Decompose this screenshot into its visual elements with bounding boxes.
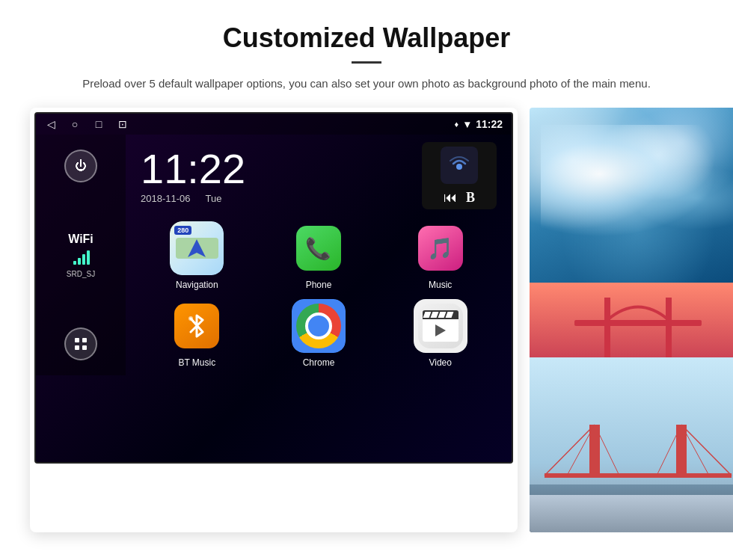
ice-texture xyxy=(530,108,733,283)
status-bar-indicators: ♦ ▾ 11:22 xyxy=(455,118,503,130)
app-icon-chrome xyxy=(292,299,346,353)
app-item-chrome[interactable]: Chrome xyxy=(263,299,375,368)
carsetting-label: CarSetting xyxy=(611,514,666,528)
app-label-music: Music xyxy=(429,280,452,290)
app-label-phone: Phone xyxy=(306,280,332,290)
svg-rect-4 xyxy=(75,338,79,342)
back-icon[interactable]: ◁ xyxy=(45,118,57,130)
app-icon-bt-music xyxy=(170,299,224,353)
screenshot-icon[interactable]: ⊡ xyxy=(117,118,129,130)
page-container: Customized Wallpaper Preload over 5 defa… xyxy=(0,0,733,547)
home-icon[interactable]: ○ xyxy=(69,118,81,130)
wifi-bars xyxy=(67,247,95,268)
photo-middle xyxy=(530,283,733,357)
svg-rect-13 xyxy=(604,298,610,357)
wifi-network-name: SRD_SJ xyxy=(67,270,95,278)
wifi-label: WiFi xyxy=(67,233,95,246)
svg-rect-6 xyxy=(75,345,79,350)
svg-rect-3 xyxy=(87,250,90,265)
svg-rect-1 xyxy=(78,258,81,265)
app-item-video[interactable]: Video xyxy=(384,299,497,368)
photo-ice xyxy=(530,108,733,283)
header-section: Customized Wallpaper Preload over 5 defa… xyxy=(30,22,703,93)
app-icon-video xyxy=(414,299,467,353)
app-icon-music: 🎵 xyxy=(414,221,467,275)
app-item-navigation[interactable]: 280 Navigation xyxy=(141,221,254,290)
svg-rect-15 xyxy=(530,357,733,532)
android-screen: ◁ ○ □ ⊡ ♦ ▾ 11:22 xyxy=(34,112,513,464)
content-area: ◁ ○ □ ⊡ ♦ ▾ 11:22 xyxy=(30,108,703,532)
android-center: 11:22 2018-11-06 Tue xyxy=(126,135,512,375)
svg-rect-17 xyxy=(545,473,732,478)
title-divider xyxy=(352,61,381,64)
nav-badge: 280 xyxy=(174,226,191,235)
app-label-chrome: Chrome xyxy=(303,357,335,368)
clock-date: 2018-11-06 Tue xyxy=(141,193,407,204)
app-item-music[interactable]: 🎵 Music xyxy=(384,221,497,290)
svg-rect-12 xyxy=(574,320,702,326)
svg-rect-0 xyxy=(73,261,76,265)
app-item-bt-music[interactable]: BT Music xyxy=(141,299,254,368)
location-icon: ♦ xyxy=(455,120,459,129)
phone-icon: 📞 xyxy=(305,236,331,261)
media-widget: ⏮ B xyxy=(422,142,497,209)
prev-track-icon[interactable]: ⏮ xyxy=(444,190,457,206)
video-clapper-icon xyxy=(423,310,458,342)
wifi-status-icon: ▾ xyxy=(464,118,470,130)
android-frame: ◁ ○ □ ⊡ ♦ ▾ 11:22 xyxy=(30,108,518,532)
status-time: 11:22 xyxy=(476,118,503,130)
next-track-icon[interactable]: B xyxy=(466,190,475,206)
svg-rect-2 xyxy=(82,254,85,265)
wifi-section: WiFi SRD_SJ xyxy=(67,233,95,278)
android-main: ⏻ WiFi xyxy=(36,135,512,375)
app-label-bt-music: BT Music xyxy=(178,357,215,368)
status-bar: ◁ ○ □ ⊡ ♦ ▾ 11:22 xyxy=(36,114,512,135)
recent-icon[interactable]: □ xyxy=(93,118,105,130)
clock-time: 11:22 xyxy=(141,148,407,190)
app-label-video: Video xyxy=(429,357,451,368)
clock-day-value: Tue xyxy=(206,193,222,204)
clock-section: 11:22 2018-11-06 Tue xyxy=(141,148,407,204)
app-icon-phone: 📞 xyxy=(292,221,346,275)
page-title: Customized Wallpaper xyxy=(30,22,703,54)
chrome-logo xyxy=(296,304,341,348)
photo-bridge: CarSetting xyxy=(530,357,733,532)
svg-marker-9 xyxy=(188,239,206,257)
svg-point-8 xyxy=(456,164,462,170)
subtitle-text: Preload over 5 default wallpaper options… xyxy=(75,75,658,93)
status-bar-nav: ◁ ○ □ ⊡ xyxy=(45,118,129,130)
svg-rect-14 xyxy=(666,298,672,357)
music-icon: 🎵 xyxy=(427,236,453,261)
clock-date-value: 2018-11-06 xyxy=(141,193,191,204)
svg-rect-5 xyxy=(82,338,87,342)
svg-point-10 xyxy=(188,316,193,321)
grid-button[interactable] xyxy=(64,327,97,360)
app-icon-navigation: 280 xyxy=(170,221,224,275)
power-icon: ⏻ xyxy=(75,159,87,173)
svg-rect-7 xyxy=(82,345,87,350)
app-label-navigation: Navigation xyxy=(176,280,218,290)
svg-rect-16 xyxy=(530,484,733,532)
app-grid: 280 Navigation xyxy=(133,221,504,368)
android-sidebar: ⏻ WiFi xyxy=(36,135,126,375)
photos-panel: CarSetting xyxy=(530,108,733,532)
app-item-phone[interactable]: 📞 Phone xyxy=(263,221,375,290)
clock-area: 11:22 2018-11-06 Tue xyxy=(133,142,504,209)
power-button[interactable]: ⏻ xyxy=(64,150,97,182)
